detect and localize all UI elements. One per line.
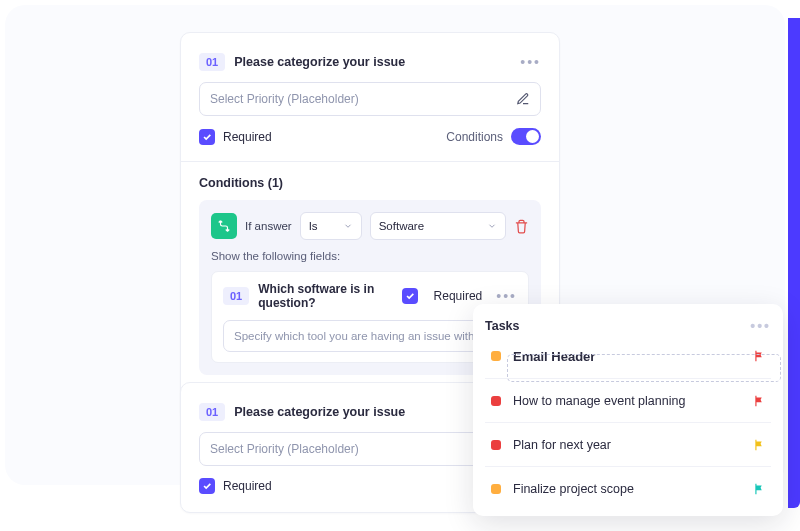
field-title-2: Please categorize your issue	[234, 405, 405, 419]
tasks-panel: Tasks ••• Email Header How to manage eve…	[473, 304, 783, 516]
nested-required-checkbox[interactable]	[402, 288, 418, 304]
operator-value: Is	[309, 220, 318, 232]
chevron-down-icon	[487, 221, 497, 231]
task-status-dot	[491, 484, 501, 494]
tasks-more-icon[interactable]: •••	[750, 318, 771, 334]
branch-icon	[211, 213, 237, 239]
more-menu-icon[interactable]: •••	[520, 54, 541, 70]
pencil-icon[interactable]	[516, 92, 530, 106]
task-status-dot	[491, 440, 501, 450]
flag-icon[interactable]	[753, 438, 767, 452]
task-title: Finalize project scope	[513, 482, 634, 496]
nested-step-number: 01	[223, 287, 249, 305]
tasks-header: Tasks •••	[485, 318, 771, 334]
trash-icon[interactable]	[514, 219, 529, 234]
task-title: Email Header	[513, 349, 595, 364]
step-number-badge: 01	[199, 53, 225, 71]
task-row[interactable]: Finalize project scope	[485, 466, 771, 510]
field-title: Please categorize your issue	[234, 55, 405, 69]
conditions-toggle[interactable]	[511, 128, 541, 145]
step-number-badge-2: 01	[199, 403, 225, 421]
nested-field-title: Which software is in question?	[258, 282, 401, 310]
task-status-dot	[491, 396, 501, 406]
show-fields-label: Show the following fields:	[211, 250, 529, 262]
divider	[181, 161, 559, 162]
task-status-dot	[491, 351, 501, 361]
flag-icon[interactable]	[753, 394, 767, 408]
if-answer-label: If answer	[245, 220, 292, 232]
value-selected: Software	[379, 220, 424, 232]
chevron-down-icon	[343, 221, 353, 231]
condition-rule-row: If answer Is Software	[211, 212, 529, 240]
task-title: Plan for next year	[513, 438, 611, 452]
nested-required-label: Required	[434, 289, 483, 303]
required-label: Required	[223, 130, 272, 144]
required-label-2: Required	[223, 479, 272, 493]
priority-placeholder: Select Priority (Placeholder)	[210, 92, 359, 106]
required-row: Required Conditions	[199, 128, 541, 145]
nested-more-icon[interactable]: •••	[496, 288, 517, 304]
priority-placeholder-2: Select Priority (Placeholder)	[210, 442, 359, 456]
nested-header-row: 01 Which software is in question? Requir…	[223, 282, 517, 310]
task-row[interactable]: Plan for next year	[485, 422, 771, 466]
required-checkbox-2[interactable]	[199, 478, 215, 494]
task-row[interactable]: Email Header	[485, 334, 771, 378]
required-checkbox[interactable]	[199, 129, 215, 145]
conditions-label: Conditions	[446, 130, 503, 144]
task-title: How to manage event planning	[513, 394, 685, 408]
flag-icon[interactable]	[753, 349, 767, 363]
operator-select[interactable]: Is	[300, 212, 362, 240]
accent-strip	[788, 18, 800, 508]
field-header: 01 Please categorize your issue •••	[199, 53, 541, 71]
conditions-header: Conditions (1)	[199, 176, 541, 190]
priority-select[interactable]: Select Priority (Placeholder)	[199, 82, 541, 116]
task-row[interactable]: How to manage event planning	[485, 378, 771, 422]
tasks-title: Tasks	[485, 319, 520, 333]
flag-icon[interactable]	[753, 482, 767, 496]
nested-placeholder-text: Specify which tool you are having an iss…	[234, 330, 474, 342]
value-select[interactable]: Software	[370, 212, 506, 240]
nested-required-group: Required •••	[402, 288, 517, 304]
